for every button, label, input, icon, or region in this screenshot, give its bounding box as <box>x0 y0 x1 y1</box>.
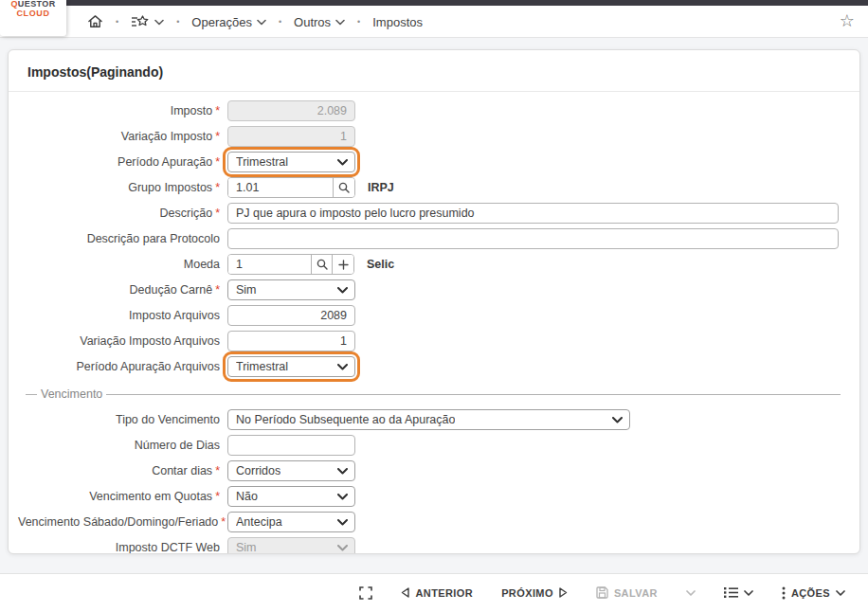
search-icon <box>338 182 350 193</box>
imposto-field <box>227 100 355 121</box>
row-imposto-arquivos: Imposto Arquivos <box>18 305 848 326</box>
kebab-menu-icon <box>782 586 786 600</box>
grupo-impostos-group <box>227 177 355 198</box>
moeda-group <box>227 254 354 275</box>
row-vencimento-quotas: Vencimento em Quotas* Não <box>18 486 848 507</box>
row-periodo-apuracao-arquivos: Período Apuração Arquivos Trimestral <box>18 356 848 377</box>
periodo-apuracao-select[interactable]: Trimestral <box>227 152 355 172</box>
numero-dias-field[interactable] <box>227 435 355 456</box>
breadcrumb-current-impostos: Impostos <box>372 15 423 29</box>
moeda-add-button[interactable] <box>332 255 353 274</box>
field-label: Variação Imposto <box>121 130 212 143</box>
field-label: Imposto <box>171 104 212 117</box>
periodo-apuracao-arquivos-select[interactable]: Trimestral <box>227 356 355 377</box>
row-deducao-carne: Dedução Carnê* Sim <box>18 279 848 300</box>
field-label: Período Apuração <box>118 155 212 169</box>
menu-outros[interactable]: Outros <box>294 15 345 29</box>
chevron-down-icon <box>335 19 345 26</box>
section-title: Vencimento <box>37 387 106 401</box>
field-label: Variação Imposto Arquivos <box>80 334 220 348</box>
row-variacao-imposto: Variação Imposto* <box>18 126 848 147</box>
impostos-form: Imposto* Variação Imposto* Período Apura… <box>9 92 859 554</box>
field-label: Descrição <box>160 207 213 220</box>
deducao-carne-select[interactable]: Sim <box>227 279 355 300</box>
field-label: Contar dias <box>152 464 212 477</box>
page-title: Impostos(Paginando) <box>9 50 859 92</box>
list-view-button[interactable] <box>724 586 753 599</box>
plus-icon <box>338 260 349 270</box>
anterior-button[interactable]: ANTERIOR <box>401 587 473 599</box>
field-label: Grupo Impostos <box>128 181 212 194</box>
section-vencimento: Vencimento <box>26 387 841 402</box>
row-descricao: Descrição* <box>18 203 848 224</box>
imposto-dctf-web-select: Sim <box>227 537 355 554</box>
chevron-down-icon <box>686 590 696 596</box>
row-grupo-impostos: Grupo Impostos* IRPJ <box>18 177 848 198</box>
favorites-menu[interactable] <box>131 14 164 29</box>
salvar-options-button[interactable] <box>686 590 696 596</box>
contar-dias-select[interactable]: Corridos <box>227 460 355 481</box>
descricao-protocolo-field[interactable] <box>227 228 839 249</box>
grupo-impostos-search-button[interactable] <box>333 178 354 197</box>
grupo-impostos-field[interactable] <box>228 178 333 197</box>
field-label: Tipo do Vencimento <box>116 413 220 426</box>
tipo-vencimento-select[interactable]: No Período Subsequente ao da Apuração <box>227 409 630 430</box>
vencimento-sabado-domingo-feriado-select[interactable]: Antecipa <box>227 512 355 532</box>
fullscreen-button[interactable] <box>359 586 372 600</box>
chevron-down-icon <box>337 364 348 370</box>
row-variacao-imposto-arquivos: Variação Imposto Arquivos <box>18 331 848 351</box>
salvar-button[interactable]: SALVAR <box>596 586 658 599</box>
field-label: Vencimento Sábado/Domingo/Feriado <box>18 515 218 529</box>
field-label: Vencimento em Quotas <box>89 490 212 503</box>
field-label: Número de Dias <box>135 439 220 452</box>
breadcrumb-separator: • <box>176 17 179 27</box>
fullscreen-icon <box>359 586 372 600</box>
required-mark: * <box>221 515 226 529</box>
required-mark: * <box>215 464 220 477</box>
chevron-down-icon <box>337 494 348 500</box>
required-mark: * <box>215 283 220 297</box>
home-icon[interactable] <box>87 14 103 29</box>
descricao-field[interactable] <box>227 203 839 224</box>
chevron-down-icon <box>337 159 348 166</box>
field-label: Dedução Carnê <box>130 283 213 297</box>
grupo-impostos-description: IRPJ <box>368 181 394 194</box>
row-vencimento-sabado-domingo-feriado: Vencimento Sábado/Domingo/Feriado* Antec… <box>18 512 848 532</box>
header: QUESTOR CLOUD • • Operações • Outros • I <box>0 0 868 38</box>
row-imposto-dctf-web: Imposto DCTF Web Sim <box>18 537 848 554</box>
moeda-field[interactable] <box>228 255 311 274</box>
required-mark: * <box>215 104 220 117</box>
imposto-arquivos-field[interactable] <box>227 305 355 326</box>
chevron-down-icon <box>257 19 266 26</box>
brand-logo[interactable]: QUESTOR CLOUD <box>0 0 66 36</box>
brand-name: QUESTOR <box>10 0 55 9</box>
moeda-search-button[interactable] <box>311 255 333 274</box>
impostos-panel: Impostos(Paginando) Imposto* Variação Im… <box>8 49 860 554</box>
variacao-imposto-field <box>227 126 355 147</box>
vencimento-quotas-select[interactable]: Não <box>227 486 355 507</box>
row-tipo-vencimento: Tipo do Vencimento No Período Subsequent… <box>18 409 848 430</box>
row-contar-dias: Contar dias* Corridos <box>18 460 848 481</box>
brand-cloud: CLOUD <box>17 9 50 18</box>
field-label: Moeda <box>184 258 220 271</box>
search-icon <box>316 259 328 270</box>
moeda-description: Selic <box>367 258 394 271</box>
breadcrumb-separator: • <box>357 17 360 27</box>
row-numero-dias: Número de Dias <box>18 435 848 456</box>
save-icon <box>596 586 608 599</box>
variacao-imposto-arquivos-field[interactable] <box>227 331 355 351</box>
field-label: Descrição para Protocolo <box>87 232 220 245</box>
breadcrumb-separator: • <box>116 17 118 27</box>
proximo-button[interactable]: PRÓXIMO <box>501 587 568 599</box>
field-label: Imposto Arquivos <box>129 309 220 322</box>
content-area: Impostos(Paginando) Imposto* Variação Im… <box>0 38 868 573</box>
row-periodo-apuracao: Período Apuração* Trimestral <box>18 152 848 172</box>
row-descricao-protocolo: Descrição para Protocolo <box>18 228 848 249</box>
acoes-button[interactable]: AÇÕES <box>782 586 845 600</box>
chevron-down-icon <box>154 19 164 26</box>
favorite-star-icon[interactable]: ☆ <box>840 9 855 32</box>
previous-triangle-icon <box>401 587 409 598</box>
row-moeda: Moeda Selic <box>18 254 848 275</box>
menu-operacoes[interactable]: Operações <box>191 15 266 29</box>
chevron-down-icon <box>744 590 753 596</box>
